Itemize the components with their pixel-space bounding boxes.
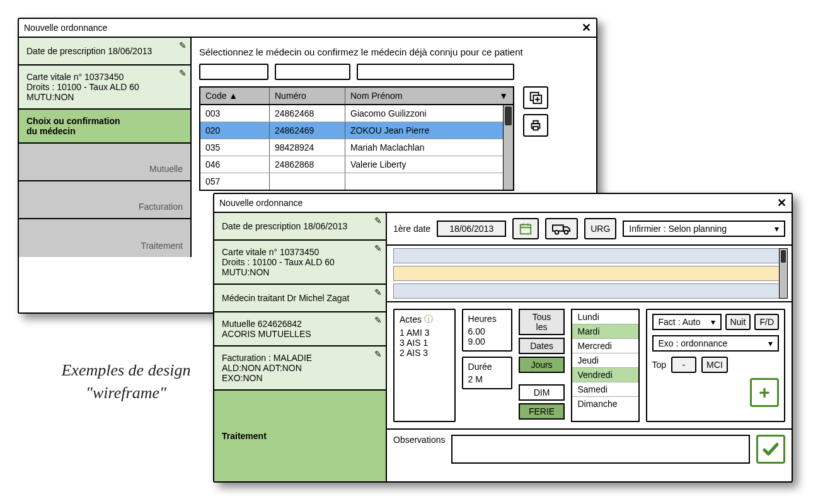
table-row[interactable]: 00324862468Giacomo Guilizzoni xyxy=(200,105,513,122)
fd-button[interactable]: F/D xyxy=(754,314,779,330)
pencil-icon[interactable]: ✎ xyxy=(374,349,382,359)
acte-item: 1 AMI 3 xyxy=(400,328,449,338)
jours-button[interactable]: Jours xyxy=(519,357,565,373)
band-blue[interactable] xyxy=(393,284,785,299)
step-facturation-disabled: Facturation xyxy=(19,181,190,219)
filter-numero-input[interactable] xyxy=(275,64,350,80)
table-actions xyxy=(523,86,548,142)
add-button[interactable] xyxy=(523,86,548,109)
filter-code-input[interactable] xyxy=(199,64,268,80)
observations-label: Observations xyxy=(393,435,445,445)
step-line: Mutuelle 624626842 xyxy=(222,319,378,329)
close-icon[interactable]: ✕ xyxy=(777,196,786,210)
col-nom[interactable]: Nom Prénom ▼ xyxy=(345,88,513,104)
titlebar: Nouvelle ordonnance ✕ xyxy=(19,19,596,38)
step-facturation[interactable]: ✎ Facturation : MALADIE ALD:NON ADT:NON … xyxy=(214,346,386,391)
step-traitement-disabled: Traitement xyxy=(19,219,190,257)
dates-button[interactable]: Dates xyxy=(519,338,565,354)
planning-select[interactable]: Infirmier : Selon planning▾ xyxy=(623,220,785,237)
urg-button[interactable]: URG xyxy=(584,218,616,239)
first-date-label: 1ère date xyxy=(393,224,430,234)
step-line: MUTU:NON xyxy=(26,92,183,102)
day-jeudi[interactable]: Jeudi xyxy=(572,353,638,368)
day-vendredi[interactable]: Vendredi xyxy=(572,368,638,382)
top-label: Top xyxy=(652,360,667,370)
step-carte-vitale[interactable]: ✎ Carte vitale n° 10373450 Droits : 1010… xyxy=(214,241,386,285)
svg-rect-11 xyxy=(553,225,563,231)
duree-panel: Durée 2 M xyxy=(462,357,512,389)
step-medecin[interactable]: ✎ Médecin traitant Dr Michel Zagat xyxy=(214,285,386,312)
pencil-icon[interactable]: ✎ xyxy=(374,287,382,297)
svg-rect-6 xyxy=(533,127,538,130)
day-samedi[interactable]: Samedi xyxy=(572,382,638,397)
day-dimanche[interactable]: Dimanche xyxy=(572,397,638,411)
close-icon[interactable]: ✕ xyxy=(582,21,591,35)
step-line: Choix ou confirmation xyxy=(26,116,183,126)
top-value[interactable]: - xyxy=(671,357,696,373)
step-line: Facturation : MALADIE xyxy=(222,353,378,363)
cell-code: 035 xyxy=(200,139,270,156)
acte-item: 2 AIS 3 xyxy=(400,348,449,358)
table-row[interactable]: 03598428924Mariah Maclachlan xyxy=(200,139,513,156)
doctor-table: Code ▲ Numéro Nom Prénom ▼ 00324862468Gi… xyxy=(199,86,514,191)
cell-nom xyxy=(345,173,513,190)
col-code[interactable]: Code ▲ xyxy=(200,88,270,104)
fact-select[interactable]: Fact : Auto▾ xyxy=(652,314,722,330)
acte-item: 3 AIS 1 xyxy=(400,338,449,348)
table-row[interactable]: 057 xyxy=(200,173,513,190)
pencil-icon[interactable]: ✎ xyxy=(179,68,187,78)
dim-button[interactable]: DIM xyxy=(519,384,565,401)
date-input[interactable]: 18/06/2013 xyxy=(437,220,506,237)
step-prescription-date[interactable]: ✎ Date de prescription 18/06/2013 xyxy=(19,38,190,66)
day-lundi[interactable]: Lundi xyxy=(572,310,638,324)
filter-nom-input[interactable] xyxy=(357,64,514,80)
band-yellow[interactable] xyxy=(393,266,785,281)
step-prescription-date[interactable]: ✎ Date de prescription 18/06/2013 xyxy=(214,213,386,241)
day-mercredi[interactable]: Mercredi xyxy=(572,339,638,353)
scrollbar[interactable] xyxy=(779,248,788,299)
step-traitement[interactable]: Traitement xyxy=(214,391,386,481)
actes-panel: Actes ⓘ 1 AMI 3 3 AIS 1 2 AIS 3 xyxy=(393,309,456,422)
scrollbar[interactable] xyxy=(503,105,513,190)
caption-text: Exemples de design "wireframe" xyxy=(44,359,208,405)
delivery-button[interactable] xyxy=(545,218,578,239)
confirm-button[interactable] xyxy=(756,435,785,464)
cell-code: 003 xyxy=(200,105,270,122)
step-label: Traitement xyxy=(222,431,378,441)
cell-code: 020 xyxy=(200,122,270,139)
ferie-button[interactable]: FERIE xyxy=(519,403,565,420)
step-mutuelle[interactable]: ✎ Mutuelle 624626842 ACORIS MUTUELLES xyxy=(214,312,386,346)
print-button[interactable] xyxy=(523,114,548,137)
window-title: Nouvelle ordonnance xyxy=(219,198,302,208)
step-line: Carte vitale n° 10373450 xyxy=(222,247,378,257)
step-mutuelle-disabled: Mutuelle xyxy=(19,144,190,181)
observations-input[interactable] xyxy=(451,435,750,464)
duree-value: 2 M xyxy=(468,374,506,384)
pencil-icon[interactable]: ✎ xyxy=(374,215,382,226)
col-numero[interactable]: Numéro xyxy=(270,88,345,104)
exo-select[interactable]: Exo : ordonnance▾ xyxy=(652,335,779,352)
instruction-text: Sélectionnez le médecin ou confirmez le … xyxy=(199,47,589,57)
nuit-button[interactable]: Nuit xyxy=(725,314,751,330)
table-row[interactable]: 02024862469ZOKOU Jean Pierre xyxy=(200,122,513,139)
svg-rect-7 xyxy=(521,225,531,234)
step-line: Carte vitale n° 10373450 xyxy=(26,72,183,82)
calendar-button[interactable] xyxy=(512,218,539,239)
pencil-icon[interactable]: ✎ xyxy=(374,243,382,253)
table-row[interactable]: 04624862868Valerie Liberty xyxy=(200,156,513,173)
step-choix-medecin[interactable]: Choix ou confirmation du médecin xyxy=(19,110,190,144)
help-icon[interactable]: ⓘ xyxy=(424,314,433,325)
pencil-icon[interactable]: ✎ xyxy=(179,40,187,50)
mci-button[interactable]: MCI xyxy=(701,357,728,373)
day-mardi[interactable]: Mardi xyxy=(572,324,638,339)
cell-nom: Valerie Liberty xyxy=(345,156,513,173)
panel-title: Actes xyxy=(400,314,422,324)
tousles-button[interactable]: Tous les xyxy=(519,309,565,335)
band-blue[interactable] xyxy=(393,248,785,263)
step-carte-vitale[interactable]: ✎ Carte vitale n° 10373450 Droits : 1010… xyxy=(19,66,190,110)
step-line: MUTU:NON xyxy=(222,267,378,277)
titlebar: Nouvelle ordonnance ✕ xyxy=(214,194,792,213)
add-line-button[interactable]: + xyxy=(750,378,779,407)
chevron-down-icon: ▾ xyxy=(775,224,779,234)
pencil-icon[interactable]: ✎ xyxy=(374,315,382,325)
